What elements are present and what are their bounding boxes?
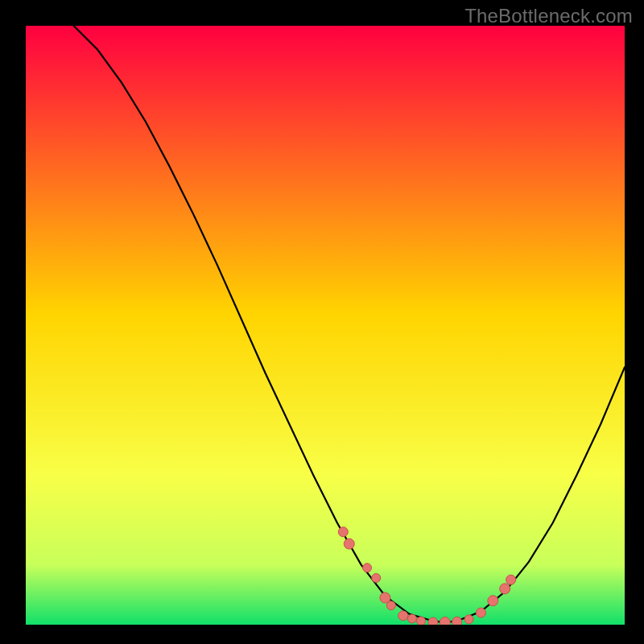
- gradient-background: [26, 26, 625, 625]
- watermark-label: TheBottleneck.com: [464, 5, 633, 27]
- bottleneck-chart: [26, 26, 625, 625]
- data-point: [372, 573, 381, 582]
- data-point: [344, 539, 354, 549]
- data-point: [407, 614, 416, 623]
- data-point: [476, 608, 485, 617]
- data-point: [464, 615, 473, 624]
- data-point: [417, 617, 426, 625]
- data-point: [386, 601, 395, 610]
- data-point: [440, 617, 450, 625]
- data-point: [506, 575, 516, 584]
- data-point: [428, 617, 438, 625]
- data-point: [500, 584, 510, 594]
- data-point: [338, 527, 348, 537]
- data-point: [488, 596, 498, 606]
- data-point: [398, 611, 408, 621]
- data-point: [363, 564, 372, 572]
- data-point: [452, 617, 462, 625]
